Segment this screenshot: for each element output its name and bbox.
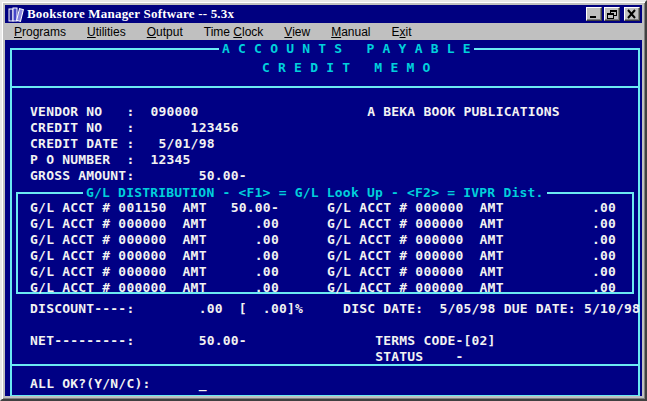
window-title: Bookstore Manager Software -- 5.3x xyxy=(27,6,586,22)
gl-row: G/L ACCT # 000000 AMT .00 G/L ACCT # 000… xyxy=(6,248,616,264)
vendor-line: VENDOR NO : 090000 A BEKA BOOK PUBLICATI… xyxy=(6,104,560,120)
menu-item-utilities[interactable]: Utilities xyxy=(87,25,126,39)
menu-item-programs[interactable]: Programs xyxy=(14,25,66,39)
gl-row: G/L ACCT # 001150 AMT 50.00- G/L ACCT # … xyxy=(6,200,616,216)
net-line: NET---------: 50.00- TERMS CODE-[02] xyxy=(6,333,496,349)
gl-row: G/L ACCT # 000000 AMT .00 G/L ACCT # 000… xyxy=(6,264,616,280)
menu-item-manual[interactable]: Manual xyxy=(331,25,370,39)
close-button[interactable] xyxy=(624,7,640,21)
menu-item-view[interactable]: View xyxy=(284,25,310,39)
restore-button[interactable] xyxy=(604,7,620,21)
gross-amount-line: GROSS AMOUNT: 50.00- xyxy=(6,168,247,184)
credit-memo-title: C R E D I T M E M O xyxy=(262,60,431,76)
books-app-icon xyxy=(8,7,24,22)
credit-date-line: CREDIT DATE : 5/01/98 xyxy=(6,136,215,152)
app-window: Bookstore Manager Software -- 5.3x Progr… xyxy=(0,0,647,401)
gl-row: G/L ACCT # 000000 AMT .00 G/L ACCT # 000… xyxy=(6,232,616,248)
minimize-icon xyxy=(590,16,596,18)
status-line: STATUS - xyxy=(6,349,464,365)
accounts-payable-title: A C C O U N T S P A Y A B L E xyxy=(219,41,474,57)
credit-no-line: CREDIT NO : 123456 xyxy=(6,120,239,136)
all-ok-prompt-line[interactable]: ALL OK?(Y/N/C): _ xyxy=(6,376,207,392)
po-number-line: P O NUMBER : 12345 xyxy=(6,152,191,168)
window-controls xyxy=(586,7,640,21)
menu-item-output[interactable]: Output xyxy=(147,25,183,39)
header-divider xyxy=(12,86,638,88)
gl-row: G/L ACCT # 000000 AMT .00 G/L ACCT # 000… xyxy=(6,216,616,232)
dos-screen[interactable]: A C C O U N T S P A Y A B L EC R E D I T… xyxy=(5,40,642,396)
titlebar[interactable]: Bookstore Manager Software -- 5.3x xyxy=(5,5,642,23)
menu-item-time-clock[interactable]: Time Clock xyxy=(204,25,264,39)
gl-row: G/L ACCT # 000000 AMT .00 G/L ACCT # 000… xyxy=(6,280,616,296)
gl-box-title: G/L DISTRIBUTION - <F1> = G/L Look Up - … xyxy=(83,185,547,201)
close-icon xyxy=(627,9,637,19)
menu-bar: ProgramsUtilitiesOutputTime ClockViewMan… xyxy=(5,23,642,40)
minimize-button[interactable] xyxy=(586,7,602,21)
discount-line: DISCOUNT----: .00 [ .00]% DISC DATE: 5/0… xyxy=(6,301,640,317)
menu-item-exit[interactable]: Exit xyxy=(392,25,412,39)
